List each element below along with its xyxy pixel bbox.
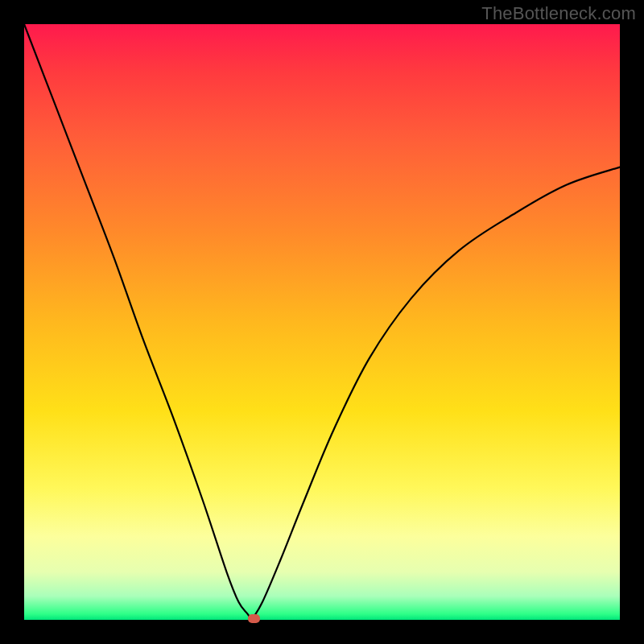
- curve-right-branch: [252, 167, 620, 620]
- chart-plot-area: [24, 24, 620, 620]
- watermark-text: TheBottleneck.com: [481, 3, 636, 24]
- bottleneck-curve: [24, 24, 620, 620]
- minimum-marker: [248, 614, 260, 623]
- curve-left-branch: [24, 24, 252, 620]
